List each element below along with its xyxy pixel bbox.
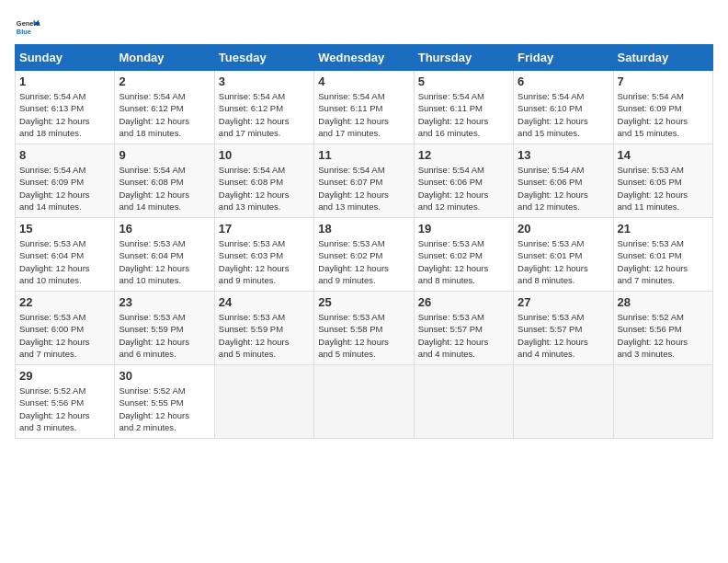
day-header-friday: Friday [514, 45, 613, 71]
day-header-wednesday: Wednesday [314, 45, 414, 71]
day-number: 1 [19, 75, 110, 88]
logo-icon: General Blue [15, 15, 40, 40]
day-number: 6 [518, 75, 609, 88]
cell-info: Sunrise: 5:54 AM Sunset: 6:11 PM Dayligh… [418, 90, 509, 139]
cell-info: Sunrise: 5:53 AM Sunset: 6:02 PM Dayligh… [418, 237, 509, 286]
day-number: 10 [219, 148, 310, 162]
calendar-cell: 4Sunrise: 5:54 AM Sunset: 6:11 PM Daylig… [314, 71, 414, 144]
day-number: 4 [318, 75, 409, 88]
cell-info: Sunrise: 5:53 AM Sunset: 6:01 PM Dayligh… [618, 237, 709, 286]
cell-info: Sunrise: 5:53 AM Sunset: 5:59 PM Dayligh… [119, 311, 210, 360]
day-number: 13 [518, 148, 609, 162]
day-number: 30 [119, 369, 210, 383]
day-number: 8 [19, 148, 110, 162]
day-number: 19 [418, 222, 509, 236]
cell-info: Sunrise: 5:53 AM Sunset: 6:04 PM Dayligh… [119, 237, 210, 286]
cell-info: Sunrise: 5:53 AM Sunset: 5:57 PM Dayligh… [418, 311, 509, 360]
calendar-cell: 5Sunrise: 5:54 AM Sunset: 6:11 PM Daylig… [414, 71, 513, 144]
calendar-cell: 19Sunrise: 5:53 AM Sunset: 6:02 PM Dayli… [414, 218, 513, 292]
day-number: 20 [518, 222, 609, 236]
calendar-cell [314, 365, 414, 439]
calendar-cell: 16Sunrise: 5:53 AM Sunset: 6:04 PM Dayli… [115, 218, 214, 292]
calendar-cell: 13Sunrise: 5:54 AM Sunset: 6:06 PM Dayli… [514, 144, 613, 218]
calendar-week-1: 1Sunrise: 5:54 AM Sunset: 6:13 PM Daylig… [16, 71, 713, 144]
day-number: 9 [119, 148, 210, 162]
day-number: 5 [418, 75, 509, 88]
calendar-cell: 27Sunrise: 5:53 AM Sunset: 5:57 PM Dayli… [514, 292, 613, 365]
day-number: 2 [119, 75, 210, 88]
calendar-cell: 2Sunrise: 5:54 AM Sunset: 6:12 PM Daylig… [115, 71, 214, 144]
calendar-cell: 6Sunrise: 5:54 AM Sunset: 6:10 PM Daylig… [514, 71, 613, 144]
cell-info: Sunrise: 5:53 AM Sunset: 5:58 PM Dayligh… [318, 311, 409, 360]
calendar-cell: 28Sunrise: 5:52 AM Sunset: 5:56 PM Dayli… [613, 292, 712, 365]
calendar-cell: 23Sunrise: 5:53 AM Sunset: 5:59 PM Dayli… [115, 292, 214, 365]
calendar-week-2: 8Sunrise: 5:54 AM Sunset: 6:09 PM Daylig… [16, 144, 713, 218]
day-number: 29 [19, 369, 110, 383]
calendar-header-row: SundayMondayTuesdayWednesdayThursdayFrid… [16, 45, 713, 71]
cell-info: Sunrise: 5:52 AM Sunset: 5:56 PM Dayligh… [19, 385, 110, 433]
svg-text:Blue: Blue [17, 28, 31, 36]
cell-info: Sunrise: 5:53 AM Sunset: 5:57 PM Dayligh… [518, 311, 609, 360]
day-number: 16 [119, 222, 210, 236]
cell-info: Sunrise: 5:54 AM Sunset: 6:11 PM Dayligh… [318, 90, 409, 139]
day-number: 25 [318, 295, 409, 309]
calendar-cell: 20Sunrise: 5:53 AM Sunset: 6:01 PM Dayli… [514, 218, 613, 292]
calendar-cell: 21Sunrise: 5:53 AM Sunset: 6:01 PM Dayli… [613, 218, 712, 292]
calendar-cell: 10Sunrise: 5:54 AM Sunset: 6:08 PM Dayli… [214, 144, 313, 218]
calendar-cell: 9Sunrise: 5:54 AM Sunset: 6:08 PM Daylig… [115, 144, 214, 218]
calendar-cell: 15Sunrise: 5:53 AM Sunset: 6:04 PM Dayli… [16, 218, 115, 292]
calendar-cell: 1Sunrise: 5:54 AM Sunset: 6:13 PM Daylig… [16, 71, 115, 144]
calendar-cell: 12Sunrise: 5:54 AM Sunset: 6:06 PM Dayli… [414, 144, 513, 218]
day-header-saturday: Saturday [613, 45, 712, 71]
cell-info: Sunrise: 5:53 AM Sunset: 6:04 PM Dayligh… [19, 237, 110, 286]
calendar-cell: 25Sunrise: 5:53 AM Sunset: 5:58 PM Dayli… [314, 292, 414, 365]
cell-info: Sunrise: 5:54 AM Sunset: 6:12 PM Dayligh… [219, 90, 310, 139]
calendar-cell [514, 365, 613, 439]
cell-info: Sunrise: 5:54 AM Sunset: 6:12 PM Dayligh… [119, 90, 210, 139]
cell-info: Sunrise: 5:54 AM Sunset: 6:07 PM Dayligh… [318, 164, 409, 213]
day-number: 14 [618, 148, 709, 162]
calendar-cell: 26Sunrise: 5:53 AM Sunset: 5:57 PM Dayli… [414, 292, 513, 365]
logo: General Blue [15, 15, 44, 40]
cell-info: Sunrise: 5:53 AM Sunset: 6:00 PM Dayligh… [19, 311, 110, 360]
day-number: 22 [19, 295, 110, 309]
cell-info: Sunrise: 5:52 AM Sunset: 5:56 PM Dayligh… [618, 311, 709, 360]
calendar-cell: 22Sunrise: 5:53 AM Sunset: 6:00 PM Dayli… [16, 292, 115, 365]
day-number: 15 [19, 222, 110, 236]
day-number: 24 [219, 295, 310, 309]
day-number: 26 [418, 295, 509, 309]
calendar-cell: 30Sunrise: 5:52 AM Sunset: 5:55 PM Dayli… [115, 365, 214, 439]
calendar-week-3: 15Sunrise: 5:53 AM Sunset: 6:04 PM Dayli… [16, 218, 713, 292]
day-number: 11 [318, 148, 409, 162]
day-number: 3 [219, 75, 310, 88]
cell-info: Sunrise: 5:53 AM Sunset: 6:05 PM Dayligh… [618, 164, 709, 213]
calendar-cell: 14Sunrise: 5:53 AM Sunset: 6:05 PM Dayli… [613, 144, 712, 218]
calendar-cell: 24Sunrise: 5:53 AM Sunset: 5:59 PM Dayli… [214, 292, 313, 365]
day-number: 21 [618, 222, 709, 236]
cell-info: Sunrise: 5:54 AM Sunset: 6:06 PM Dayligh… [418, 164, 509, 213]
cell-info: Sunrise: 5:53 AM Sunset: 6:02 PM Dayligh… [318, 237, 409, 286]
day-number: 7 [618, 75, 709, 88]
calendar-cell: 3Sunrise: 5:54 AM Sunset: 6:12 PM Daylig… [214, 71, 313, 144]
cell-info: Sunrise: 5:54 AM Sunset: 6:10 PM Dayligh… [518, 90, 609, 139]
cell-info: Sunrise: 5:54 AM Sunset: 6:09 PM Dayligh… [618, 90, 709, 139]
cell-info: Sunrise: 5:54 AM Sunset: 6:08 PM Dayligh… [119, 164, 210, 213]
cell-info: Sunrise: 5:53 AM Sunset: 5:59 PM Dayligh… [219, 311, 310, 360]
calendar-cell: 8Sunrise: 5:54 AM Sunset: 6:09 PM Daylig… [16, 144, 115, 218]
calendar-week-5: 29Sunrise: 5:52 AM Sunset: 5:56 PM Dayli… [16, 365, 713, 439]
calendar-cell: 17Sunrise: 5:53 AM Sunset: 6:03 PM Dayli… [214, 218, 313, 292]
cell-info: Sunrise: 5:54 AM Sunset: 6:13 PM Dayligh… [19, 90, 110, 139]
cell-info: Sunrise: 5:54 AM Sunset: 6:08 PM Dayligh… [219, 164, 310, 213]
cell-info: Sunrise: 5:52 AM Sunset: 5:55 PM Dayligh… [119, 385, 210, 433]
day-number: 18 [318, 222, 409, 236]
calendar-table: SundayMondayTuesdayWednesdayThursdayFrid… [15, 44, 713, 439]
day-number: 23 [119, 295, 210, 309]
day-number: 28 [618, 295, 709, 309]
day-number: 27 [518, 295, 609, 309]
cell-info: Sunrise: 5:53 AM Sunset: 6:03 PM Dayligh… [219, 237, 310, 286]
day-header-thursday: Thursday [414, 45, 513, 71]
calendar-cell [214, 365, 313, 439]
calendar-cell: 29Sunrise: 5:52 AM Sunset: 5:56 PM Dayli… [16, 365, 115, 439]
cell-info: Sunrise: 5:53 AM Sunset: 6:01 PM Dayligh… [518, 237, 609, 286]
cell-info: Sunrise: 5:54 AM Sunset: 6:09 PM Dayligh… [19, 164, 110, 213]
